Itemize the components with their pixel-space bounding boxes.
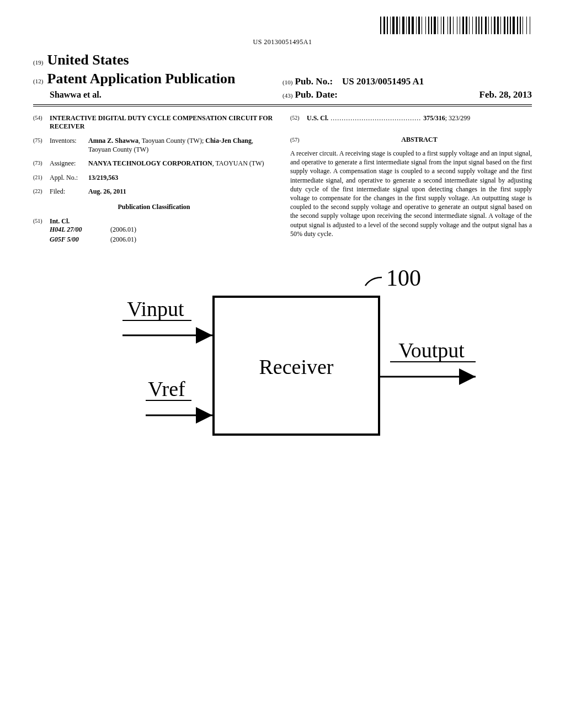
assignee-name: NANYA TECHNOLOGY CORPORATION [88,159,212,167]
assignee-value: NANYA TECHNOLOGY CORPORATION, TAOYUAN (T… [88,159,275,168]
field-num-22: (22) [33,188,50,196]
refnum-100: 100 [386,269,421,291]
header-row: (19) United States (12) Patent Applicati… [33,51,532,104]
field-num-75: (75) [33,137,50,154]
uscl-dots: ........................................… [328,114,423,122]
header-left: (19) United States (12) Patent Applicati… [33,51,282,100]
uscl-label: U.S. Cl. [307,114,328,122]
field-num-52: (52) [290,114,307,123]
uscl-secondary: ; 323/299 [445,114,471,122]
field-num-51: (51) [33,217,50,245]
barcode-area: (function(){ var widths=[2,1,3,1,1,2,1,1… [33,17,532,46]
voutput-label: Voutput [398,339,465,362]
filed-label: Filed: [50,188,88,196]
classification-heading: Publication Classification [33,203,275,212]
field-num-43: (43) [282,92,292,99]
intcl-2-date: (2006.01) [110,235,136,244]
vinput-label: Vinput [127,297,184,320]
divider [33,106,532,106]
pub-date: Feb. 28, 2013 [479,89,532,101]
barcode-text: US 20130051495A1 [33,38,532,47]
field-num-10: (10) [282,79,292,85]
author-line: Shawwa et al. [50,89,282,101]
vref-label: Vref [148,377,185,400]
applno-label: Appl. No.: [50,174,88,183]
refnum-leader [365,277,382,286]
pub-no: US 2013/0051495 A1 [342,76,424,87]
inventor-2-name: Chia-Jen Chang [205,137,252,144]
assignee-loc: , TAOYUAN (TW) [212,159,264,167]
intcl-1-date: (2006.01) [110,226,136,234]
uscl-main: 375/316 [423,114,445,122]
figure-area: Receiver 100 Vinput Vref Voutput [33,269,532,454]
pub-no-label: Pub. No.: [295,76,333,87]
publication-type: Patent Application Publication [47,71,236,87]
inventors-label: Inventors: [50,137,88,154]
inventor-1-loc: , Taoyuan County (TW); [138,137,205,144]
left-column: (54) INTERACTIVE DIGITAL DUTY CYCLE COMP… [33,114,275,248]
assignee-label: Assignee: [50,159,88,168]
abstract-heading: ABSTRACT [307,136,532,144]
field-num-12: (12) [33,78,43,84]
invention-title: INTERACTIVE DIGITAL DUTY CYCLE COMPENSAT… [50,114,275,131]
inventors-value: Amna Z. Shawwa, Taoyuan County (TW); Chi… [88,137,275,154]
uscl-value: U.S. Cl. ...............................… [307,114,532,123]
field-num-21: (21) [33,174,50,183]
intcl-1-code: H04L 27/00 [50,226,110,234]
body-columns: (54) INTERACTIVE DIGITAL DUTY CYCLE COMP… [33,114,532,248]
applno-value: 13/219,563 [88,174,275,183]
intcl-2-code: G05F 5/00 [50,235,110,244]
field-num-54: (54) [33,114,50,131]
intcl-label: Int. Cl. [50,217,275,226]
figure-svg: Receiver 100 Vinput Vref Voutput [84,269,481,451]
field-num-57: (57) [290,136,307,143]
country: United States [47,52,129,68]
field-num-73: (73) [33,159,50,168]
pub-date-label: Pub. Date: [295,89,338,100]
filed-value: Aug. 26, 2011 [88,188,275,196]
barcode: (function(){ var widths=[2,1,3,1,1,2,1,1… [380,17,532,37]
field-num-19: (19) [33,59,43,66]
header-right: (10) Pub. No.: US 2013/0051495 A1 (43) P… [282,76,532,101]
abstract-text: A receiver circuit. A receiving stage is… [290,149,532,238]
intcl-block: Int. Cl. H04L 27/00 (2006.01) G05F 5/00 … [50,217,275,245]
receiver-label: Receiver [259,355,333,378]
right-column: (52) U.S. Cl. ..........................… [290,114,532,248]
inventor-1-name: Amna Z. Shawwa [88,137,138,144]
